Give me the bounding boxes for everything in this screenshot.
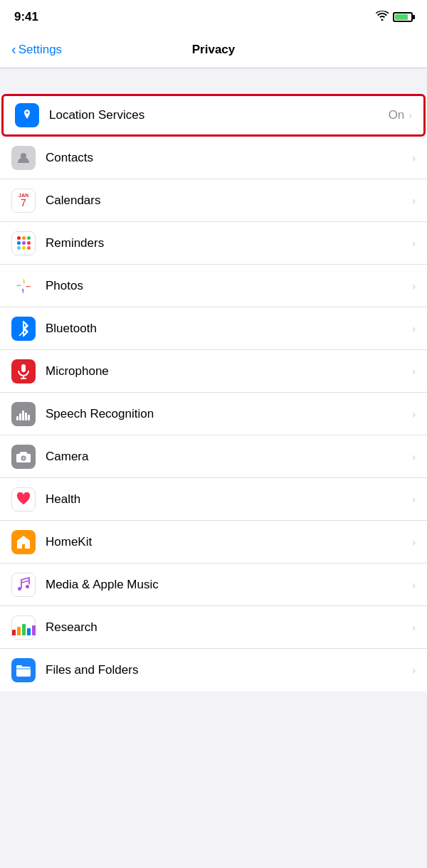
battery-icon	[393, 12, 413, 22]
icon-bluetooth	[11, 317, 36, 341]
chevron-icon-files-and-folders: ›	[412, 665, 416, 676]
label-bluetooth: Bluetooth	[46, 322, 412, 336]
icon-calendars: JAN 7	[11, 189, 36, 213]
svg-rect-9	[28, 415, 30, 420]
value-location-services: On	[389, 108, 405, 122]
icon-reminders	[11, 231, 36, 255]
list-item-contacts[interactable]: Contacts›	[0, 137, 427, 179]
label-research: Research	[46, 620, 412, 635]
list-item-health[interactable]: Health›	[0, 478, 427, 521]
icon-speech-recognition	[11, 402, 36, 426]
icon-contacts	[11, 146, 36, 170]
svg-rect-14	[16, 665, 22, 668]
back-button[interactable]: ‹ Settings	[11, 41, 62, 58]
chevron-icon-microphone: ›	[412, 366, 416, 377]
list-item-microphone[interactable]: Microphone›	[0, 350, 427, 393]
list-item-homekit[interactable]: HomeKit›	[0, 521, 427, 563]
battery-fill	[395, 14, 408, 20]
label-photos: Photos	[46, 279, 412, 293]
status-time: 9:41	[14, 10, 38, 24]
svg-line-12	[21, 581, 29, 583]
chevron-icon-camera: ›	[412, 451, 416, 462]
svg-rect-5	[16, 416, 19, 420]
icon-location-services	[15, 103, 39, 127]
label-camera: Camera	[46, 450, 412, 464]
status-icons	[376, 11, 413, 23]
svg-rect-6	[19, 413, 21, 420]
label-files-and-folders: Files and Folders	[46, 663, 412, 677]
chevron-icon-media-apple-music: ›	[412, 579, 416, 591]
svg-rect-2	[21, 364, 26, 372]
section-separator	[0, 68, 427, 94]
label-health: Health	[46, 492, 412, 507]
label-reminders: Reminders	[46, 236, 412, 250]
list-item-camera[interactable]: Camera›	[0, 435, 427, 478]
list-item-files-and-folders[interactable]: Files and Folders›	[0, 649, 427, 692]
label-speech-recognition: Speech Recognition	[46, 407, 412, 421]
icon-health	[11, 487, 36, 512]
list-item-media-apple-music[interactable]: Media & Apple Music›	[0, 563, 427, 606]
label-calendars: Calendars	[46, 194, 412, 208]
icon-files-and-folders	[11, 658, 36, 682]
label-contacts: Contacts	[46, 151, 412, 165]
chevron-icon-bluetooth: ›	[412, 323, 416, 334]
chevron-icon-photos: ›	[412, 280, 416, 292]
label-homekit: HomeKit	[46, 535, 412, 549]
icon-research	[11, 615, 36, 640]
label-location-services: Location Services	[49, 108, 389, 122]
label-microphone: Microphone	[46, 364, 412, 379]
icon-photos	[11, 274, 36, 298]
list-item-speech-recognition[interactable]: Speech Recognition›	[0, 393, 427, 435]
back-chevron-icon: ‹	[11, 41, 16, 58]
svg-rect-7	[22, 411, 24, 420]
back-label: Settings	[19, 43, 62, 57]
label-media-apple-music: Media & Apple Music	[46, 578, 412, 592]
chevron-icon-health: ›	[412, 494, 416, 505]
privacy-list: Location ServicesOn› Contacts› JAN 7 Cal…	[0, 94, 427, 692]
chevron-icon-reminders: ›	[412, 238, 416, 249]
list-item-location-services[interactable]: Location ServicesOn›	[1, 94, 426, 137]
page-title: Privacy	[192, 43, 236, 57]
icon-camera	[11, 445, 36, 469]
icon-microphone	[11, 359, 36, 383]
chevron-icon-contacts: ›	[412, 152, 416, 164]
list-item-bluetooth[interactable]: Bluetooth›	[0, 307, 427, 350]
svg-point-1	[21, 283, 26, 289]
chevron-icon-homekit: ›	[412, 536, 416, 548]
nav-bar: ‹ Settings Privacy	[0, 31, 427, 68]
icon-media-apple-music	[11, 573, 36, 597]
icon-homekit	[11, 530, 36, 554]
chevron-icon-location-services: ›	[408, 110, 412, 121]
wifi-icon	[376, 11, 389, 23]
svg-point-11	[22, 457, 25, 460]
status-bar: 9:41	[0, 0, 427, 31]
svg-rect-13	[16, 667, 31, 677]
list-item-calendars[interactable]: JAN 7 Calendars›	[0, 179, 427, 222]
list-item-reminders[interactable]: Reminders›	[0, 222, 427, 265]
chevron-icon-calendars: ›	[412, 195, 416, 206]
list-item-research[interactable]: Research›	[0, 606, 427, 649]
svg-rect-8	[25, 413, 27, 420]
list-item-photos[interactable]: Photos›	[0, 265, 427, 307]
chevron-icon-research: ›	[412, 622, 416, 633]
chevron-icon-speech-recognition: ›	[412, 408, 416, 420]
